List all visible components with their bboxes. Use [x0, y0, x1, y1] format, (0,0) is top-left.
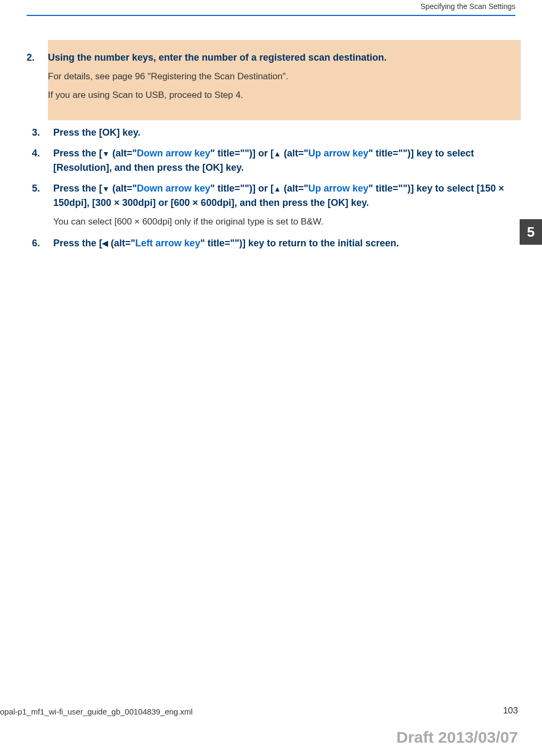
- step-2: 2. Using the number keys, enter the numb…: [48, 51, 505, 103]
- text-segment: " title="")] key to return to the initia…: [200, 238, 399, 248]
- down-arrow-key-link[interactable]: Down arrow key: [137, 148, 210, 159]
- text-segment: (alt=": [281, 183, 308, 194]
- text-segment: Press the [: [53, 148, 102, 159]
- draft-stamp: Draft 2013/03/07: [397, 728, 519, 746]
- step-title: Using the number keys, enter the number …: [48, 52, 387, 63]
- down-arrow-icon: ▼: [102, 148, 110, 160]
- text-segment: Press the [: [53, 183, 102, 194]
- step-3: 3. Press the [OK] key.: [53, 126, 515, 140]
- text-segment: (alt=": [110, 148, 137, 159]
- step-5: 5. Press the [▼ (alt="Down arrow key" ti…: [53, 181, 515, 230]
- step-title: Press the [▼ (alt="Down arrow key" title…: [53, 148, 474, 173]
- left-arrow-icon: ◀: [102, 238, 108, 249]
- step-6: 6. Press the [◀ (alt="Left arrow key" ti…: [53, 236, 515, 251]
- page-header: Specifying the Scan Settings: [27, 0, 515, 16]
- text-segment: " title="")] or [: [210, 148, 274, 159]
- footer-page-number: 103: [503, 705, 518, 716]
- chapter-number: 5: [527, 224, 535, 240]
- step-body-line: If you are using Scan to USB, proceed to…: [48, 88, 505, 103]
- step-title: Press the [◀ (alt="Left arrow key" title…: [53, 238, 399, 248]
- page-footer: opal-p1_mf1_wi-fi_user_guide_gb_00104839…: [0, 705, 542, 716]
- up-arrow-key-link[interactable]: Up arrow key: [308, 148, 368, 159]
- step-4: 4. Press the [▼ (alt="Down arrow key" ti…: [53, 146, 515, 175]
- step-title: Press the [OK] key.: [53, 127, 141, 138]
- text-segment: " title="")] or [: [210, 183, 274, 194]
- step-number: 2.: [27, 51, 35, 65]
- text-segment: (alt=": [281, 148, 308, 159]
- footer-filename: opal-p1_mf1_wi-fi_user_guide_gb_00104839…: [0, 707, 193, 716]
- step-number: 3.: [32, 126, 40, 140]
- left-arrow-key-link[interactable]: Left arrow key: [135, 238, 200, 248]
- text-segment: Press the [: [53, 238, 102, 248]
- down-arrow-key-link[interactable]: Down arrow key: [137, 183, 210, 194]
- step-body: For details, see page 96 "Registering th…: [48, 69, 505, 103]
- highlight-box: 2. Using the number keys, enter the numb…: [48, 40, 521, 120]
- step-title: Press the [▼ (alt="Down arrow key" title…: [53, 183, 504, 208]
- text-segment: (alt=": [110, 183, 137, 194]
- step-number: 6.: [32, 236, 40, 251]
- up-arrow-key-link[interactable]: Up arrow key: [308, 183, 368, 194]
- down-arrow-icon: ▼: [102, 184, 110, 195]
- text-segment: (alt=": [108, 238, 135, 248]
- step-number: 4.: [32, 146, 40, 161]
- step-body-line: For details, see page 96 "Registering th…: [48, 69, 505, 85]
- up-arrow-icon: ▲: [274, 148, 281, 160]
- step-body-line: You can select [600 × 600dpi] only if th…: [53, 214, 515, 230]
- step-list: 2. Using the number keys, enter the numb…: [27, 40, 515, 251]
- step-body: You can select [600 × 600dpi] only if th…: [53, 214, 515, 230]
- chapter-tab: 5: [520, 219, 542, 245]
- step-number: 5.: [32, 181, 40, 196]
- up-arrow-icon: ▲: [274, 184, 281, 195]
- section-title: Specifying the Scan Settings: [421, 2, 515, 11]
